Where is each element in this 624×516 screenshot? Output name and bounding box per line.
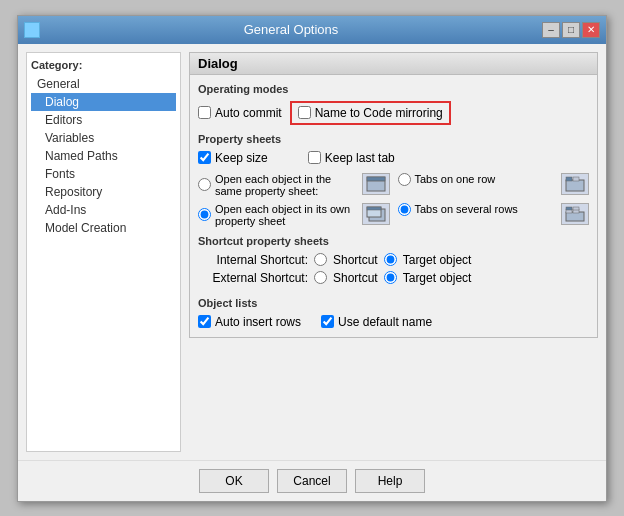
prop-icon-1: [362, 173, 390, 195]
shortcut-title: Shortcut property sheets: [198, 235, 589, 247]
auto-commit-label: Auto commit: [215, 106, 282, 120]
auto-insert-label: Auto insert rows: [215, 315, 301, 329]
sidebar-item-named-paths[interactable]: Named Paths: [31, 147, 176, 165]
help-button[interactable]: Help: [355, 469, 425, 493]
prop-icon-2: [561, 173, 589, 195]
keep-row: Keep size Keep last tab: [198, 151, 589, 165]
open-own-option: Open each object in its own property she…: [198, 203, 354, 227]
maximize-button[interactable]: □: [562, 22, 580, 38]
auto-insert-checkbox[interactable]: [198, 315, 211, 328]
external-shortcut-row: External Shortcut: Shortcut Target objec…: [198, 271, 589, 285]
sidebar: Category: General Dialog Editors Variabl…: [26, 52, 181, 452]
close-button[interactable]: ✕: [582, 22, 600, 38]
svg-rect-3: [566, 180, 584, 191]
name-to-code-highlighted: Name to Code mirroring: [290, 101, 451, 125]
sidebar-item-dialog[interactable]: Dialog: [31, 93, 176, 111]
ok-button[interactable]: OK: [199, 469, 269, 493]
auto-commit-row: Auto commit: [198, 106, 282, 120]
tabs-one-row-option: Tabs on one row: [398, 173, 554, 186]
open-same-icon: [362, 173, 390, 195]
sidebar-item-general[interactable]: General: [31, 75, 176, 93]
property-sheets-section: Property sheets Keep size Keep last tab: [198, 133, 589, 227]
svg-rect-1: [367, 177, 385, 181]
open-same-label: Open each object in the same property sh…: [215, 173, 354, 197]
cancel-button[interactable]: Cancel: [277, 469, 347, 493]
tabs-several-rows-label: Tabs on several rows: [415, 203, 518, 215]
internal-shortcut-option1-label: Shortcut: [333, 253, 378, 267]
footer: OK Cancel Help: [18, 460, 606, 501]
open-own-icon: [362, 203, 390, 225]
svg-rect-12: [566, 207, 572, 210]
external-shortcut-option2-label: Target object: [403, 271, 472, 285]
shortcut-section: Shortcut property sheets Internal Shortc…: [198, 235, 589, 289]
external-shortcut-option1-label: Shortcut: [333, 271, 378, 285]
tabs-one-row-radio[interactable]: [398, 173, 411, 186]
operating-modes-section: Operating modes Auto commit Name to Code…: [198, 83, 589, 125]
tabs-several-rows-radio[interactable]: [398, 203, 411, 216]
prop-icon-4: [561, 203, 589, 225]
external-shortcut-label: External Shortcut:: [198, 271, 308, 285]
window-title: General Options: [40, 22, 542, 37]
tabs-one-row-label: Tabs on one row: [415, 173, 496, 185]
prop-icon-3: [362, 203, 390, 225]
name-to-code-checkbox[interactable]: [298, 106, 311, 119]
sidebar-item-fonts[interactable]: Fonts: [31, 165, 176, 183]
tabs-several-rows-option: Tabs on several rows: [398, 203, 554, 216]
category-label: Category:: [31, 59, 176, 71]
open-own-radio[interactable]: [198, 208, 211, 221]
sidebar-item-add-ins[interactable]: Add-Ins: [31, 201, 176, 219]
keep-last-tab-row: Keep last tab: [308, 151, 395, 165]
open-same-option: Open each object in the same property sh…: [198, 173, 354, 197]
external-shortcut-radio2[interactable]: [384, 271, 397, 284]
open-same-radio[interactable]: [198, 178, 211, 191]
tabs-several-rows-icon: [561, 203, 589, 225]
keep-last-tab-label: Keep last tab: [325, 151, 395, 165]
keep-size-checkbox[interactable]: [198, 151, 211, 164]
sidebar-item-editors[interactable]: Editors: [31, 111, 176, 129]
titlebar: General Options – □ ✕: [18, 16, 606, 44]
svg-rect-8: [367, 207, 381, 210]
svg-rect-4: [566, 177, 572, 181]
internal-shortcut-radio1[interactable]: [314, 253, 327, 266]
internal-shortcut-option2-label: Target object: [403, 253, 472, 267]
external-shortcut-radio1[interactable]: [314, 271, 327, 284]
svg-rect-13: [573, 207, 579, 210]
object-lists-title: Object lists: [198, 297, 589, 309]
property-sheets-title: Property sheets: [198, 133, 589, 145]
radio-row-1: Open each object in the same property sh…: [198, 173, 589, 197]
keep-last-tab-checkbox[interactable]: [308, 151, 321, 164]
sidebar-item-repository[interactable]: Repository: [31, 183, 176, 201]
operating-modes-title: Operating modes: [198, 83, 589, 95]
sidebar-item-variables[interactable]: Variables: [31, 129, 176, 147]
internal-shortcut-radio2[interactable]: [384, 253, 397, 266]
operating-modes-row: Auto commit Name to Code mirroring: [198, 101, 589, 125]
internal-shortcut-label: Internal Shortcut:: [198, 253, 308, 267]
content-area: Category: General Dialog Editors Variabl…: [18, 44, 606, 460]
titlebar-buttons: – □ ✕: [542, 22, 600, 38]
radio-row-2: Open each object in its own property she…: [198, 203, 589, 227]
use-default-row: Use default name: [321, 315, 432, 329]
open-own-label: Open each object in its own property she…: [215, 203, 354, 227]
svg-rect-9: [566, 212, 584, 221]
keep-size-label: Keep size: [215, 151, 268, 165]
panel-container: Dialog Operating modes Auto commit: [189, 52, 598, 338]
use-default-label: Use default name: [338, 315, 432, 329]
internal-shortcut-row: Internal Shortcut: Shortcut Target objec…: [198, 253, 589, 267]
use-default-checkbox[interactable]: [321, 315, 334, 328]
auto-insert-row: Auto insert rows: [198, 315, 301, 329]
main-panel: Dialog Operating modes Auto commit: [189, 52, 598, 452]
panel-body: Operating modes Auto commit Name to Code…: [190, 75, 597, 337]
tabs-one-row-icon: [561, 173, 589, 195]
keep-size-row: Keep size: [198, 151, 268, 165]
main-window: General Options – □ ✕ Category: General …: [17, 15, 607, 502]
minimize-button[interactable]: –: [542, 22, 560, 38]
sidebar-item-model-creation[interactable]: Model Creation: [31, 219, 176, 237]
name-to-code-label: Name to Code mirroring: [315, 106, 443, 120]
app-icon: [24, 22, 40, 38]
object-lists-row: Auto insert rows Use default name: [198, 315, 589, 329]
svg-rect-5: [573, 177, 579, 181]
object-lists-section: Object lists Auto insert rows Use defaul…: [198, 297, 589, 329]
auto-commit-checkbox[interactable]: [198, 106, 211, 119]
panel-header: Dialog: [190, 53, 597, 75]
